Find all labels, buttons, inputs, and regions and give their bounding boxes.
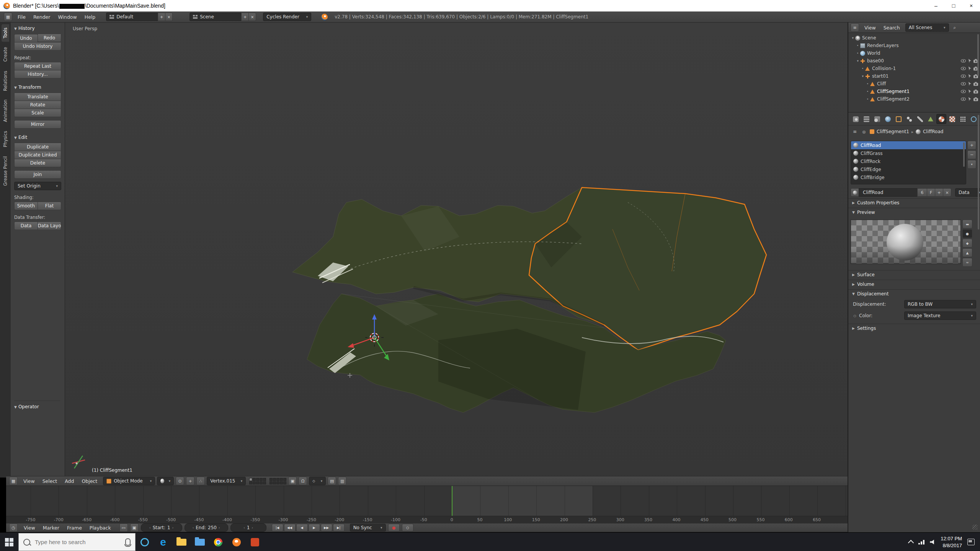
outliner-item-label[interactable]: base00: [867, 58, 884, 64]
cortana-button[interactable]: [136, 533, 154, 551]
expander-icon[interactable]: •: [848, 44, 859, 47]
visibility-eye-icon[interactable]: [960, 97, 966, 101]
tool-shelf-tab[interactable]: Physics: [2, 127, 9, 151]
outliner-display-mode-select[interactable]: All Scenes: [905, 23, 949, 32]
expander-icon[interactable]: •: [848, 67, 864, 70]
titlebar[interactable]: Blender* [C:\Users\\Documents\MapMainSav…: [0, 0, 980, 11]
outliner-scrollbar[interactable]: [977, 34, 979, 76]
taskbar-search[interactable]: [18, 533, 136, 551]
viewport-shading-select[interactable]: [157, 477, 174, 485]
displacement-color-select[interactable]: Image Texture: [904, 311, 976, 320]
remove-material-slot-button[interactable]: −: [967, 150, 976, 159]
custom-properties-panel[interactable]: ▶Custom Properties: [848, 198, 980, 207]
transform-button[interactable]: Rotate: [14, 101, 61, 109]
editor-type-icon[interactable]: ▦: [4, 13, 12, 21]
render-opengl-icon[interactable]: ▤: [328, 477, 336, 485]
action-center-icon[interactable]: [967, 539, 975, 545]
properties-tab[interactable]: [861, 114, 871, 124]
volume-icon[interactable]: [930, 540, 935, 545]
transport-button[interactable]: ◀: [296, 524, 308, 531]
outliner-row[interactable]: • RenderLayers: [848, 42, 980, 49]
outliner-menu-item[interactable]: View: [861, 25, 880, 31]
app-button-7[interactable]: [246, 533, 264, 551]
expander-icon[interactable]: •: [848, 97, 869, 101]
preview-monkey-button[interactable]: ▲: [962, 248, 972, 257]
material-slot[interactable]: CliffBridge: [851, 173, 966, 181]
repeat-history-button[interactable]: History...: [14, 70, 61, 78]
properties-tab[interactable]: [926, 114, 936, 124]
shade-smooth-button[interactable]: Smooth: [14, 202, 38, 210]
join-button[interactable]: Join: [14, 170, 61, 179]
menu-item[interactable]: Help: [81, 14, 100, 20]
edit-panel-header[interactable]: ▼Edit: [14, 135, 61, 140]
properties-scrollbar[interactable]: [978, 115, 979, 230]
use-preview-range-icon[interactable]: ▭: [119, 523, 128, 532]
outliner-row[interactable]: ▾ start01: [848, 72, 980, 80]
material-slot[interactable]: CliffEdge: [851, 165, 966, 173]
selectability-cursor-icon[interactable]: [967, 97, 972, 101]
expander-icon[interactable]: •: [848, 51, 859, 55]
edit-button[interactable]: Duplicate: [14, 143, 61, 151]
outliner-row[interactable]: ▾ base00: [848, 57, 980, 65]
transfer-data-button[interactable]: Data: [14, 222, 38, 230]
shade-flat-button[interactable]: Flat: [38, 202, 61, 210]
outliner-item-label[interactable]: RenderLayers: [867, 43, 898, 48]
tool-shelf-tab[interactable]: Animation: [2, 96, 9, 126]
viewport-menu-item[interactable]: Add: [61, 478, 78, 484]
edit-button[interactable]: Delete: [14, 159, 61, 167]
add-scene-button[interactable]: +: [241, 13, 249, 21]
properties-tab[interactable]: [915, 114, 925, 124]
layers-widget[interactable]: [249, 478, 266, 484]
tool-shelf-tab[interactable]: Create: [2, 44, 9, 65]
transfer-data-layout-button[interactable]: Data Layo: [38, 222, 61, 230]
transform-button[interactable]: Scale: [14, 109, 61, 117]
taskbar-clock[interactable]: 12:07 PM 8/8/2017: [941, 535, 962, 549]
viewport-3d[interactable]: User Persp (1) CliffSegment1: [65, 23, 848, 476]
edge-button[interactable]: e: [154, 533, 172, 551]
expander-icon[interactable]: ▾: [848, 74, 864, 78]
visibility-eye-icon[interactable]: [960, 59, 966, 63]
taskbar-search-input[interactable]: [34, 538, 121, 546]
visibility-eye-icon[interactable]: [960, 74, 966, 78]
transport-button[interactable]: ▶: [309, 524, 320, 531]
expander-icon[interactable]: •: [848, 90, 869, 93]
undo-history-button[interactable]: Undo History: [14, 42, 61, 51]
material-users-button[interactable]: 6: [917, 188, 927, 197]
corner-resize-grip[interactable]: [972, 525, 978, 530]
renderability-camera-icon[interactable]: [973, 82, 978, 86]
properties-tab[interactable]: [958, 114, 968, 124]
timeline-menu-item[interactable]: Marker: [39, 525, 63, 531]
outliner-row[interactable]: • CliffSegment2: [848, 95, 980, 103]
outliner-item-label[interactable]: Collision-1: [872, 66, 896, 71]
start-button[interactable]: [0, 533, 18, 551]
visibility-eye-icon[interactable]: [960, 89, 966, 94]
material-slot[interactable]: CliffRock: [851, 157, 966, 165]
minimize-button[interactable]: –: [927, 0, 945, 11]
material-link-select[interactable]: Data: [955, 188, 980, 197]
transform-orientation-select[interactable]: Vertex.015: [207, 477, 246, 485]
fake-user-button[interactable]: F: [927, 188, 935, 197]
add-material-slot-button[interactable]: +: [967, 141, 976, 150]
outliner-item-label[interactable]: Scene: [862, 35, 876, 41]
pivot-align-toggle[interactable]: ∴: [196, 477, 205, 485]
repeat-last-button[interactable]: Repeat Last: [14, 62, 61, 70]
outliner-search-icon[interactable]: ⌕: [951, 24, 958, 31]
outliner-item-label[interactable]: CliffSegment1: [877, 89, 910, 94]
close-button[interactable]: ×: [962, 0, 980, 11]
layers-widget-2[interactable]: [270, 478, 286, 484]
properties-tab[interactable]: [893, 114, 903, 124]
preview-panel[interactable]: ▼Preview: [848, 208, 980, 217]
mirror-button[interactable]: Mirror: [14, 120, 61, 129]
properties-tab[interactable]: [883, 114, 893, 124]
history-panel-header[interactable]: ▼History: [14, 26, 61, 31]
pivot-point-select[interactable]: ⊙: [176, 477, 184, 485]
breadcrumb-material[interactable]: CliffRoad: [923, 129, 943, 134]
outliner-item-label[interactable]: start01: [872, 73, 889, 79]
pin-icon[interactable]: ◎: [861, 128, 867, 135]
outliner-row[interactable]: • Collision-1: [848, 65, 980, 72]
auto-keyframe-record-button[interactable]: ●: [388, 524, 400, 531]
transform-button[interactable]: Translate: [14, 93, 61, 101]
timeline-menu-item[interactable]: View: [20, 525, 39, 531]
outliner-row[interactable]: • World: [848, 49, 980, 57]
properties-tab[interactable]: [947, 114, 957, 124]
